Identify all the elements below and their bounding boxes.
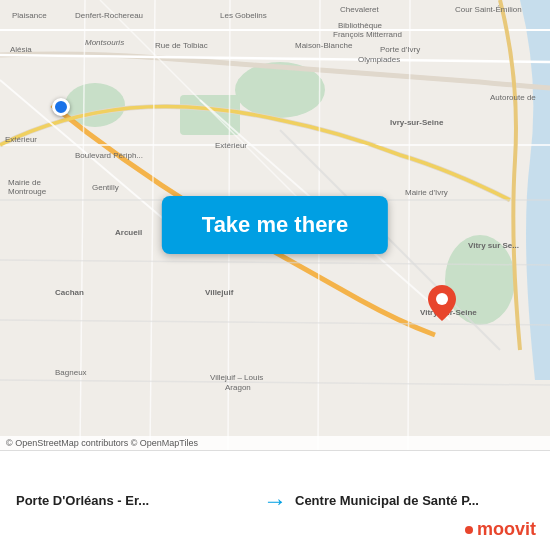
svg-text:Maison-Blanche: Maison-Blanche <box>295 41 353 50</box>
svg-text:Bagneux: Bagneux <box>55 368 87 377</box>
bottom-bar: Porte D'Orléans - Er... → Centre Municip… <box>0 450 550 550</box>
route-arrow: → <box>255 487 295 515</box>
origin-marker <box>52 98 70 116</box>
svg-text:Olympiades: Olympiades <box>358 55 400 64</box>
svg-text:Plaisance: Plaisance <box>12 11 47 20</box>
svg-text:Boulevard Périph...: Boulevard Périph... <box>75 151 143 160</box>
app: Plaisance Denfert-Rochereau Les Gobelins… <box>0 0 550 550</box>
svg-text:Villejuif – Louis: Villejuif – Louis <box>210 373 263 382</box>
svg-text:Rue de Tolbiac: Rue de Tolbiac <box>155 41 208 50</box>
svg-text:Vitry sur Se...: Vitry sur Se... <box>468 241 519 250</box>
svg-text:Ivry-sur-Seine: Ivry-sur-Seine <box>390 118 444 127</box>
svg-text:Cachan: Cachan <box>55 288 84 297</box>
svg-text:Extérieur: Extérieur <box>5 135 37 144</box>
svg-text:Bibliothèque: Bibliothèque <box>338 21 383 30</box>
svg-text:Arcueil: Arcueil <box>115 228 142 237</box>
svg-text:Cour Saint-Émilion: Cour Saint-Émilion <box>455 5 522 14</box>
destination-marker <box>428 285 456 325</box>
svg-text:Montrouge: Montrouge <box>8 187 47 196</box>
route-to: Centre Municipal de Santé P... <box>295 493 534 508</box>
moovit-dot <box>465 526 473 534</box>
svg-text:Porte d'Ivry: Porte d'Ivry <box>380 45 420 54</box>
map-attribution: © OpenStreetMap contributors © OpenMapTi… <box>0 436 550 450</box>
svg-text:Mairie d'Ivry: Mairie d'Ivry <box>405 188 448 197</box>
svg-rect-4 <box>180 95 240 135</box>
svg-text:Denfert-Rochereau: Denfert-Rochereau <box>75 11 143 20</box>
svg-text:Montsouris: Montsouris <box>85 38 124 47</box>
svg-text:Gentilly: Gentilly <box>92 183 119 192</box>
svg-text:Autoroute de: Autoroute de <box>490 93 536 102</box>
svg-text:Aragon: Aragon <box>225 383 251 392</box>
map-container: Plaisance Denfert-Rochereau Les Gobelins… <box>0 0 550 450</box>
svg-text:François Mitterrand: François Mitterrand <box>333 30 402 39</box>
svg-text:Alésia: Alésia <box>10 45 32 54</box>
moovit-logo: moovit <box>465 519 536 540</box>
svg-text:Les Gobelins: Les Gobelins <box>220 11 267 20</box>
route-from: Porte D'Orléans - Er... <box>16 493 255 508</box>
svg-point-53 <box>436 293 448 305</box>
svg-text:Chevaleret: Chevaleret <box>340 5 379 14</box>
svg-text:Extérieur: Extérieur <box>215 141 247 150</box>
svg-text:Mairie de: Mairie de <box>8 178 41 187</box>
svg-text:Villejuif: Villejuif <box>205 288 234 297</box>
moovit-text: moovit <box>477 519 536 540</box>
route-to-name: Centre Municipal de Santé P... <box>295 493 534 508</box>
take-me-there-button[interactable]: Take me there <box>162 196 388 254</box>
route-from-name: Porte D'Orléans - Er... <box>16 493 255 508</box>
